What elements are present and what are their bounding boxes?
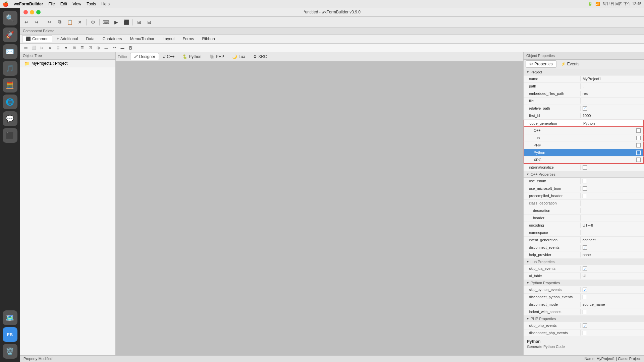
toolbar-delete[interactable]: ✕ (75, 18, 84, 26)
sidebar-icon-terminal[interactable]: ⬛ (3, 128, 17, 143)
palette-tab-common[interactable]: ⬛ Common (22, 35, 52, 43)
prop-row-code-generation[interactable]: code_generation Python (524, 120, 644, 127)
prop-row-disconnect-mode: disconnect_mode source_name (524, 301, 644, 308)
toolbar-settings[interactable]: ⚙ (89, 18, 97, 26)
dropdown-option-lua[interactable]: Lua (524, 134, 644, 142)
toolbar-paste[interactable]: 📋 (65, 18, 74, 26)
checkbox-cpp[interactable] (636, 128, 641, 133)
checkbox-internationalize[interactable] (583, 165, 587, 170)
toolbar-generate-code[interactable]: ⌨ (102, 18, 110, 26)
picon-checkbox[interactable]: ☑ (87, 45, 94, 51)
picon-listbox[interactable]: ☰ (78, 45, 86, 51)
picon-staticline[interactable]: — (103, 45, 110, 51)
menu-tools[interactable]: Tools (87, 2, 96, 6)
checkbox-disconnect-events[interactable] (583, 245, 587, 250)
checkbox-indent-spaces[interactable] (583, 310, 587, 314)
dropdown-option-cpp[interactable]: C++ (524, 127, 644, 134)
wifi-icon: 📶 (595, 2, 600, 6)
project-icon: 📁 (24, 61, 30, 66)
menu-help[interactable]: Help (101, 2, 110, 6)
section-php: ▼ PHP Properties (524, 316, 644, 322)
picon-frame[interactable]: ▭ (22, 45, 30, 51)
menu-file[interactable]: File (48, 2, 55, 6)
traffic-light-close[interactable] (23, 10, 28, 14)
component-palette-label: Component Palette (23, 29, 54, 33)
picon-radiobutton[interactable]: ◎ (95, 45, 102, 51)
tab-php[interactable]: 🐘 PHP (206, 53, 228, 60)
sidebar-icon-messages[interactable]: 💬 (3, 111, 17, 126)
checkbox-python[interactable] (636, 150, 641, 155)
sidebar-icon-trash[interactable]: 🗑️ (3, 344, 17, 359)
checkbox-skip-php[interactable] (583, 323, 587, 328)
tab-xrc[interactable]: ⚙ XRC (250, 53, 270, 60)
props-tab-properties[interactable]: ⚙ Properties (526, 60, 556, 68)
checkbox-precompiled[interactable] (583, 194, 587, 198)
palette-tab-layout[interactable]: Layout (159, 35, 178, 43)
checkbox-skip-python[interactable] (583, 288, 587, 292)
window-title: *untitled - wxFormBuilder v3.9.0 (304, 10, 361, 14)
tree-item-project[interactable]: 📁 MyProject1 : Project (20, 60, 115, 67)
sidebar-icon-browser[interactable]: 🌐 (3, 95, 17, 109)
toolbar-align[interactable]: ⊞ (135, 18, 144, 26)
checkbox-skip-lua[interactable] (583, 266, 587, 271)
picon-bitmap[interactable]: 🖼 (127, 45, 134, 51)
tab-python[interactable]: 🐍 Python (179, 53, 205, 60)
picon-gauge[interactable]: ▬ (119, 45, 126, 51)
sidebar-icon-launchpad[interactable]: 🚀 (3, 27, 17, 42)
traffic-light-minimize[interactable] (30, 10, 34, 14)
picon-slider[interactable]: ⊶ (111, 45, 118, 51)
toolbar-btn-b[interactable]: ⬛ (122, 18, 130, 26)
sidebar-icon-music[interactable]: 🎵 (3, 61, 17, 76)
info-title: Python (527, 339, 641, 344)
prop-row-precompiled-header: precompiled_header (524, 192, 644, 200)
checkbox-php[interactable] (636, 143, 641, 147)
sidebar-icon-maps[interactable]: 🗺️ (3, 310, 17, 325)
props-tab-events[interactable]: ⚡ Events (557, 60, 583, 68)
prop-row-help-provider: help_provider none (524, 251, 644, 259)
palette-tab-ribbon[interactable]: Ribbon (199, 35, 219, 43)
picon-statictext[interactable]: A (46, 45, 54, 51)
toolbar-undo[interactable]: ↩ (22, 18, 31, 26)
checkbox-disconnect-python[interactable] (583, 295, 587, 299)
sidebar-icon-finder[interactable]: 🔍 (3, 11, 17, 25)
sidebar-icon-calculator[interactable]: 🧮 (3, 78, 17, 93)
checkbox-use-enum[interactable] (583, 179, 587, 183)
toolbar-cut[interactable]: ✂ (45, 18, 54, 26)
checkbox-use-ms-bom[interactable] (583, 186, 587, 191)
picon-combobox[interactable]: ⊞ (70, 45, 78, 51)
checkbox-xrc[interactable] (636, 158, 641, 162)
palette-tab-forms[interactable]: Forms (179, 35, 198, 43)
palette-tab-additional[interactable]: + Additional (53, 35, 82, 43)
sidebar-icon-mail[interactable]: ✉️ (3, 44, 17, 59)
dropdown-option-python[interactable]: Python (524, 149, 644, 157)
tab-lua[interactable]: 🌙 Lua (228, 53, 249, 60)
palette-tab-data[interactable]: Data (82, 35, 98, 43)
checkbox-lua[interactable] (636, 136, 641, 140)
picon-textctrl[interactable]: ░ (54, 45, 62, 51)
picon-choice[interactable]: ▼ (62, 45, 70, 51)
picon-panel[interactable]: ⬜ (30, 45, 38, 51)
prop-row-skip-php-events: skip_php_events (524, 322, 644, 329)
menu-edit[interactable]: Edit (60, 2, 67, 6)
tab-designer[interactable]: 🖊 Designer (130, 53, 159, 60)
dropdown-option-xrc[interactable]: XRC (524, 157, 644, 164)
common-tab-icon: ⬛ (26, 37, 31, 41)
palette-tab-menutoolbar[interactable]: Menu/Toolbar (126, 35, 158, 43)
menu-view[interactable]: View (72, 2, 81, 6)
toolbar-btn-a[interactable]: ▶ (112, 18, 120, 26)
sep4 (132, 19, 133, 25)
sidebar-icon-wxfb[interactable]: FB (3, 327, 17, 342)
palette-tab-containers[interactable]: Containers (99, 35, 126, 43)
battery-icon: 🔋 (588, 2, 593, 6)
info-description: Generate Python Code (527, 345, 641, 349)
toolbar-copy[interactable]: ⧉ (55, 18, 64, 26)
checkbox-disconnect-php[interactable] (583, 331, 587, 335)
status-left: Property Modified! (23, 357, 53, 361)
dropdown-option-php[interactable]: PHP (524, 142, 644, 149)
checkbox-relative-path[interactable] (583, 106, 587, 111)
toolbar-align2[interactable]: ⊟ (145, 18, 154, 26)
toolbar-redo[interactable]: ↪ (32, 18, 41, 26)
traffic-light-maximize[interactable] (36, 10, 41, 14)
picon-button[interactable]: ▷ (38, 45, 46, 51)
tab-cpp[interactable]: // C++ (160, 53, 178, 60)
